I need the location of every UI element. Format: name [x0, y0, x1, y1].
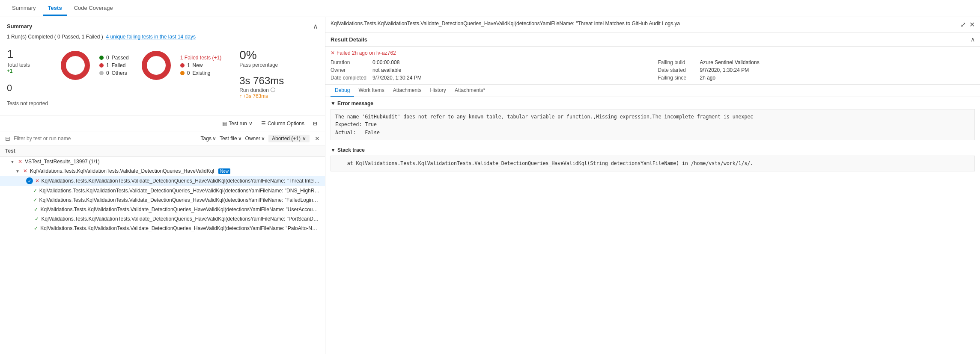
result-fail-badge: ✕ Failed 2h ago on fv-az762 — [331, 50, 396, 56]
test-item-4[interactable]: ✓ KqlValidations.Tests.KqlValidationTest… — [0, 205, 325, 214]
test-label-5: KqlValidations.Tests.KqlValidationTests.… — [42, 216, 320, 222]
filter-icon: ⊟ — [313, 121, 317, 127]
status-fail-icon-1: ✕ — [35, 178, 39, 184]
run-label: VSTest_TestResults_13997 (1/1) — [25, 159, 100, 165]
failing-since-label: Failing since — [658, 75, 697, 81]
failed-count: 1 — [106, 62, 109, 68]
donut-section-1: 0 Passed 1 Failed 0 Others — [58, 48, 129, 83]
tab-work-items[interactable]: Work Items — [354, 85, 388, 97]
status-fail-icon-suite: ✕ — [22, 168, 28, 174]
run-dur-value: 3s 763ms — [239, 75, 284, 87]
close-panel-button[interactable]: ✕ — [969, 21, 975, 29]
donut-section-2: 1 Failed tests (+1) 1 New 0 Existing — [139, 48, 222, 83]
new-count: 1 — [187, 62, 190, 68]
new-label: New — [192, 62, 203, 68]
passed-label: Passed — [112, 55, 129, 61]
tree-run-group[interactable]: ▼ ✕ VSTest_TestResults_13997 (1/1) — [0, 157, 325, 166]
run-duration-block: 3s 763ms Run duration ⓘ ↑+3s 763ms — [239, 75, 284, 99]
stack-header[interactable]: ▼ Stack trace — [331, 147, 975, 153]
test-label-2: KqlValidations.Tests.KqlValidationTests.… — [39, 188, 320, 194]
test-item-2[interactable]: ✓ KqlValidations.Tests.KqlValidationTest… — [0, 186, 325, 195]
status-pass-icon-5: ✓ — [34, 216, 40, 222]
test-item-3[interactable]: ✓ KqlValidations.Tests.KqlValidationTest… — [0, 195, 325, 205]
test-run-button[interactable]: ▦ Test run ∨ — [220, 119, 255, 128]
test-list-section: ▦ Test run ∨ ☰ Column Options ⊟ ⊟ — [0, 115, 325, 354]
total-tests-block: 1 Total tests +1 0 Tests not reported — [7, 48, 48, 106]
fail-x-icon: ✕ — [331, 50, 335, 56]
stack-chevron-icon: ▼ — [331, 147, 336, 153]
aborted-filter[interactable]: Aborted (+1) ∨ — [268, 135, 310, 142]
error-body: The name 'GitHubAudit' does not refer to… — [331, 109, 975, 140]
error-header[interactable]: ▼ Error message — [331, 100, 975, 106]
run-dur-label: Run duration — [239, 87, 269, 93]
test-table-header: Test — [0, 145, 325, 157]
column-options-button[interactable]: ☰ Column Options — [259, 119, 307, 128]
filter-close-button[interactable]: ✕ — [315, 135, 320, 142]
tree-suite[interactable]: ▼ ✕ KqlValidations.Tests.KqlValidationTe… — [0, 166, 325, 176]
existing-count: 0 — [187, 70, 190, 76]
test-run-icon: ▦ — [222, 121, 227, 127]
total-tests-label: Total tests — [7, 62, 48, 68]
tab-attachments[interactable]: Attachments — [389, 85, 426, 97]
failing-tests-link[interactable]: 4 unique failing tests in the last 14 da… — [106, 34, 195, 40]
tab-attachments-star[interactable]: Attachments* — [450, 85, 489, 97]
existing-label: Existing — [192, 70, 210, 76]
summary-collapse-button[interactable]: ∧ — [313, 22, 318, 30]
test-item-6[interactable]: ✓ KqlValidations.Tests.KqlValidationTest… — [0, 224, 325, 233]
dot-existing — [180, 71, 185, 75]
test-label-6: KqlValidations.Tests.KqlValidationTests.… — [40, 225, 320, 231]
dot-new — [180, 63, 185, 68]
tab-summary[interactable]: Summary — [7, 1, 41, 16]
owner-value: not available — [372, 67, 401, 73]
date-completed-label: Date completed — [331, 75, 369, 81]
test-run-chevron-icon: ∨ — [249, 121, 253, 127]
filter-bar: ⊟ Tags ∨ Test file ∨ Owner ∨ — [0, 132, 325, 145]
tab-tests[interactable]: Tests — [43, 1, 67, 16]
suite-label: KqlValidations.Tests.KqlValidationTests.… — [30, 168, 214, 174]
date-started-label: Date started — [658, 67, 697, 73]
tab-history[interactable]: History — [426, 85, 450, 97]
tab-debug[interactable]: Debug — [331, 85, 354, 97]
duration-value: 0:00:00.008 — [372, 59, 399, 65]
result-meta-grid: Duration 0:00:00.008 Failing build Azure… — [331, 59, 975, 81]
test-item-5[interactable]: ✓ KqlValidations.Tests.KqlValidationTest… — [0, 214, 325, 224]
test-file-chevron-icon: ∨ — [238, 136, 242, 142]
summary-section: Summary ∧ 1 Run(s) Completed ( 0 Passed,… — [0, 17, 325, 115]
total-tests-delta: +1 — [7, 68, 48, 74]
failed-label: Failed — [112, 62, 126, 68]
error-header-text: Error message — [337, 100, 373, 106]
result-details-collapse-button[interactable]: ∧ — [971, 36, 975, 43]
result-title-bar: KqlValidations.Tests.KqlValidationTests.… — [325, 17, 980, 32]
status-fail-icon-run: ✕ — [17, 159, 23, 165]
tags-chevron-icon: ∨ — [212, 136, 216, 142]
not-reported-number: 0 — [7, 83, 48, 94]
test-label-1: KqlValidations.Tests.KqlValidationTests.… — [41, 178, 320, 184]
test-item-1[interactable]: ✓ ✕ KqlValidations.Tests.KqlValidationTe… — [0, 176, 325, 186]
svg-point-1 — [63, 53, 87, 77]
tags-dropdown[interactable]: Tags ∨ — [201, 135, 216, 142]
result-tabs: Debug Work Items Attachments History Att… — [325, 85, 980, 97]
tab-code-coverage[interactable]: Code Coverage — [69, 1, 118, 16]
dot-others — [99, 71, 104, 75]
pass-pct-value: 0% — [239, 48, 284, 62]
test-file-dropdown[interactable]: Test file ∨ — [220, 135, 242, 142]
owner-chevron-icon: ∨ — [261, 136, 265, 142]
result-title-text: KqlValidations.Tests.KqlValidationTests.… — [331, 21, 960, 27]
result-meta: ✕ Failed 2h ago on fv-az762 Duration 0:0… — [325, 47, 980, 85]
filter-toggle-button[interactable]: ⊟ — [310, 119, 320, 128]
owner-label: Owner — [331, 67, 369, 73]
failing-build-label: Failing build — [658, 59, 697, 65]
filter-input[interactable] — [14, 136, 197, 142]
test-tree: ▼ ✕ VSTest_TestResults_13997 (1/1) ▼ ✕ K… — [0, 157, 325, 354]
failing-build-value: Azure Sentinel Validations — [700, 59, 760, 65]
date-completed-value: 9/7/2020, 1:30:24 PM — [372, 75, 422, 81]
result-details-header: Result Details ∧ — [325, 32, 980, 47]
owner-dropdown[interactable]: Owner ∨ — [245, 135, 265, 142]
status-pass-icon-6: ✓ — [33, 225, 39, 231]
maximize-button[interactable]: ⤢ — [960, 21, 966, 29]
failed-tests-label: 1 Failed tests (+1) — [180, 55, 221, 61]
date-started-value: 9/7/2020, 1:30:24 PM — [700, 67, 749, 73]
result-details-title: Result Details — [331, 36, 367, 43]
expand-icon-suite: ▼ — [15, 169, 21, 174]
expand-icon-run: ▼ — [10, 159, 15, 164]
